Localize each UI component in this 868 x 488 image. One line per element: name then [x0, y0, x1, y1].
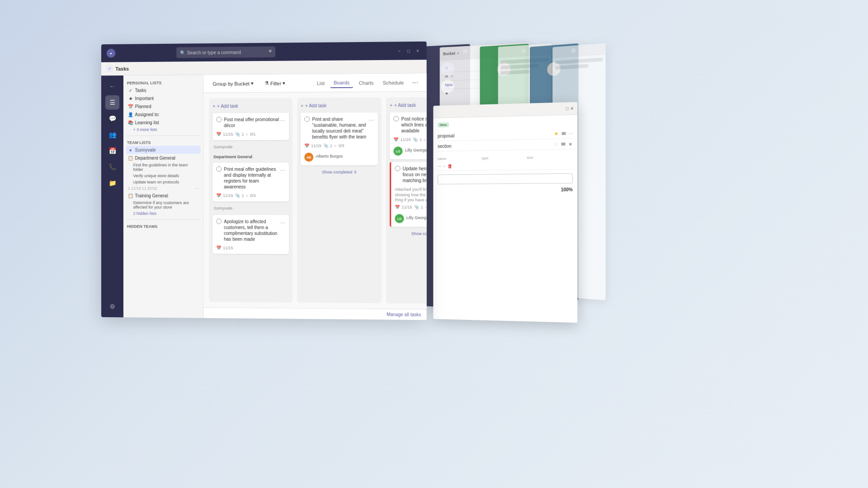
show-completed-3[interactable]: Show completed 4	[390, 230, 426, 238]
dept-date: 11/16	[131, 186, 141, 191]
tab-boards[interactable]: Boards	[330, 78, 353, 88]
panel-item-learning[interactable]: 📚 Learning list	[126, 118, 201, 127]
task-card-sub-2[interactable]: Apologize to affected customers, tell th…	[212, 215, 289, 254]
user-avatar[interactable]: ●	[107, 49, 116, 58]
task-checkbox-1[interactable]	[216, 117, 222, 122]
delete-icon[interactable]: 🗑	[448, 163, 453, 169]
search-icon: 🔍	[180, 50, 185, 55]
sidebar-calendar-icon[interactable]: 📅	[105, 144, 119, 158]
add-task-btn-3[interactable]: + + Add task	[390, 101, 426, 110]
panel-item-assigned[interactable]: 👤 Assigned to:	[126, 110, 201, 119]
sidebar-back-btn[interactable]: ←	[105, 79, 119, 94]
task-prog-icon-sub-1: ○	[246, 193, 248, 198]
tab-charts[interactable]: Charts	[355, 78, 377, 87]
email-icon-2[interactable]: ✉	[561, 141, 565, 147]
close-btn[interactable]: ×	[415, 47, 421, 54]
more-icon-2[interactable]: ★	[568, 141, 573, 147]
important-icon: ★	[128, 96, 133, 101]
task-checkbox-4[interactable]	[395, 166, 400, 171]
search-bar[interactable]: 🔍 Search or type a command 🎤	[176, 47, 275, 58]
task-card-sub-1[interactable]: Print meal offer guidelines and display …	[212, 163, 289, 202]
tasks-icon: ✓	[128, 88, 133, 93]
panel-item-tasks[interactable]: ✓ Tasks	[126, 86, 201, 94]
manage-tasks-link[interactable]: Manage all tasks	[204, 307, 427, 320]
task-card-3[interactable]: Post notice so teams know which lines ar…	[390, 112, 426, 160]
learning-icon: 📚	[128, 120, 133, 125]
assigned-icon: 👤	[128, 112, 133, 117]
toolbar-more-btn[interactable]: ···	[410, 77, 421, 87]
floating-dialog: □ × New proposal ★ ✉ ··· section ☆ ✉ ★ n…	[433, 102, 577, 323]
task-attach-sub-1: 1	[242, 193, 244, 198]
sidebar-files-icon[interactable]: 📁	[105, 176, 119, 190]
sidebar-teams-icon[interactable]: 👥	[105, 127, 119, 142]
task-date-1: 11/15	[223, 132, 233, 136]
add-task-plus-2: +	[301, 103, 303, 108]
task-attach-icon-3: 📎	[413, 137, 418, 142]
task-card-4[interactable]: Update hero display for focus on new ABC…	[390, 162, 426, 227]
sidebar-calls-icon[interactable]: 📞	[105, 160, 119, 174]
panel-item-assigned-label: Assigned to:	[135, 112, 159, 117]
sidebar-settings-icon[interactable]: ⚙	[105, 299, 119, 314]
dialog-table: name type size ··· ··· 🗑	[438, 153, 573, 171]
more-icon-1[interactable]: ···	[568, 131, 572, 136]
board-column-2: + + Add task Print and share "sustainabl…	[297, 98, 382, 303]
panel-item-dept-label: Department General	[135, 155, 175, 160]
filter-label: Filter	[270, 80, 281, 86]
task-checkbox-sub-2[interactable]	[216, 219, 222, 224]
task-checkbox-3[interactable]	[393, 116, 399, 122]
mic-icon: 🎤	[266, 49, 272, 54]
sidebar-chat-icon[interactable]: 💬	[105, 111, 119, 126]
group-by-btn[interactable]: Group by Bucket ▾	[209, 79, 257, 89]
task-title-sub-1: Print meal offer guidelines and display …	[224, 166, 280, 190]
dialog-close-btn[interactable]: ×	[571, 105, 574, 112]
dialog-row-2-text: section	[438, 143, 452, 148]
training-hidden[interactable]: 2 hidden lists	[126, 210, 201, 216]
dept-check: 11	[142, 186, 146, 191]
group-by-label: Group by Bucket	[212, 81, 250, 86]
task-date-icon-1: 📅	[216, 132, 221, 136]
task-date-icon-sub-1: 📅	[216, 193, 221, 198]
new-badge: New	[438, 122, 449, 127]
task-more-sub-1[interactable]: ···	[280, 166, 285, 174]
team-label-sub: Sunnyvale	[212, 204, 289, 212]
add-task-btn-2[interactable]: + + Add task	[301, 101, 378, 110]
star-icon-2[interactable]: ☆	[553, 141, 558, 147]
panel-item-important[interactable]: ★ Important	[126, 94, 201, 103]
assignee-name-4: Lilly Georgsen	[406, 216, 427, 220]
panel-item-dept[interactable]: 📋 Department General	[126, 154, 201, 162]
task-checkbox-sub-1[interactable]	[216, 166, 222, 172]
panel-item-training[interactable]: 📋 Training General	[126, 192, 201, 200]
dialog-restore-btn[interactable]: □	[566, 106, 568, 111]
task-prog-icon-4: ○	[425, 205, 427, 210]
sidebar-activity-icon[interactable]: ☰	[105, 95, 119, 110]
star-icon-1[interactable]: ★	[554, 131, 559, 137]
dialog-content: New proposal ★ ✉ ··· section ☆ ✉ ★ name …	[433, 115, 577, 197]
more-lists-link[interactable]: + 3 more lists	[126, 126, 201, 132]
dialog-input[interactable]	[438, 174, 573, 184]
tab-schedule[interactable]: Schedule	[379, 78, 408, 87]
task-more-2[interactable]: ···	[369, 116, 374, 123]
personal-lists-label: Personal lists	[126, 79, 201, 86]
panel-item-sunnyvale[interactable]: ● Sunnyvale	[126, 145, 201, 154]
task-progress-icon-1: ○	[246, 132, 248, 136]
show-completed-count-2: 5	[354, 170, 356, 174]
panel-item-planned[interactable]: 📅 Planned	[126, 102, 201, 111]
dept-more[interactable]: ···	[195, 186, 198, 191]
task-more-sub-2[interactable]: ···	[280, 219, 285, 226]
assignee-name-3: Lilly Georgsen	[405, 148, 427, 152]
task-card-1[interactable]: Post meal offer promotional décor ··· 📅 …	[212, 113, 289, 141]
panel-item-learning-label: Learning list	[135, 120, 159, 125]
task-checkbox-2[interactable]	[304, 117, 310, 122]
task-more-1[interactable]: ···	[280, 117, 285, 124]
task-card-2[interactable]: Print and share "sustainable, humane, an…	[301, 113, 378, 165]
task-meta-3: 📅 11/15 📎 1 ○ 0/3	[393, 137, 426, 142]
show-completed-2[interactable]: Show completed 5	[301, 168, 378, 176]
maximize-btn[interactable]: □	[406, 47, 412, 54]
task-prog-icon-2: ○	[334, 144, 336, 148]
add-task-btn-1[interactable]: + + Add task	[212, 102, 289, 111]
search-placeholder: Search or type a command	[187, 50, 241, 55]
email-icon-1[interactable]: ✉	[561, 131, 566, 136]
minimize-btn[interactable]: −	[396, 47, 402, 54]
filter-btn[interactable]: ⚗ Filter ▾	[261, 79, 289, 88]
tab-list[interactable]: List	[313, 79, 328, 88]
